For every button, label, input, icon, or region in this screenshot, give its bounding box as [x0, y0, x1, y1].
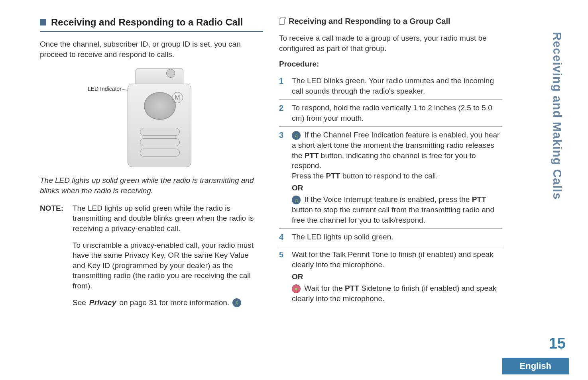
intro-text: Once the channel, subscriber ID, or grou… — [40, 39, 263, 59]
step-number: 5 — [279, 249, 286, 304]
page: Receiving and Responding to a Radio Call… — [0, 0, 588, 314]
step-3: 3 ♫ If the Channel Free Indication featu… — [279, 127, 502, 229]
note-paragraph: The LED lights up solid green while the … — [73, 203, 263, 234]
left-column: Receiving and Responding to a Radio Call… — [40, 16, 263, 314]
procedure-steps: 1 The LED blinks green. Your radio unmut… — [279, 72, 502, 307]
sub-header: Receiving and Responding to a Group Call — [279, 16, 502, 27]
section-header: Receiving and Responding to a Radio Call — [40, 16, 263, 29]
step-body: The LED blinks green. Your radio unmutes… — [292, 76, 502, 96]
procedure-label: Procedure: — [279, 59, 502, 69]
see-prefix: See — [73, 298, 86, 308]
step3c-pre: If the Voice Interrupt feature is enable… — [304, 195, 472, 204]
radio-buttons — [140, 128, 180, 159]
side-chapter-title: Receiving and Making Calls — [551, 32, 564, 200]
note-block: NOTE: The LED lights up solid green whil… — [40, 203, 263, 314]
radio-button-row — [140, 128, 180, 136]
or-label: OR — [292, 272, 502, 282]
ptt-label: PTT — [345, 284, 359, 292]
step3b-post: button to respond to the call. — [340, 172, 438, 180]
step-number: 1 — [279, 76, 286, 96]
section-title: Receiving and Responding to a Radio Call — [51, 16, 243, 29]
note-label: NOTE: — [40, 203, 68, 314]
step-number: 2 — [279, 103, 286, 123]
radio-main-body: M — [128, 84, 191, 167]
right-column: Receiving and Responding to a Group Call… — [279, 16, 502, 314]
step-5: 5 Wait for the Talk Permit Tone to finis… — [279, 246, 502, 307]
section-divider — [40, 31, 263, 32]
pulse-icon: ♫ — [292, 196, 301, 204]
radio-top — [136, 69, 183, 84]
page-number: 15 — [549, 335, 566, 352]
radio-figure: LED Indicator M — [40, 65, 263, 172]
step-body: The LED lights up solid green. — [292, 232, 502, 243]
ptt-circle-icon: ● — [292, 284, 301, 293]
ptt-label: PTT — [326, 172, 340, 180]
step-body: Wait for the Talk Permit Tone to finish … — [292, 249, 502, 304]
step3a-post: button, indicating the channel is free f… — [292, 151, 476, 170]
step-body: ♫ If the Channel Free Indication feature… — [292, 130, 502, 225]
note-paragraph: To unscramble a privacy-enabled call, yo… — [73, 240, 263, 291]
radio-illustration: LED Indicator M — [112, 65, 191, 169]
led-indicator-label: LED Indicator — [88, 85, 122, 93]
see-suffix: on page 31 for more information. — [119, 298, 229, 308]
radio-button-row — [140, 149, 180, 157]
pulse-icon: ♫ — [292, 131, 301, 140]
language-badge: English — [502, 358, 569, 374]
radio-knob-icon — [166, 69, 175, 78]
step-1: 1 The LED blinks green. Your radio unmut… — [279, 72, 502, 100]
pulse-icon: ♫ — [232, 298, 241, 307]
radio-button-row — [140, 138, 180, 146]
figure-caption: The LED lights up solid green while the … — [40, 175, 263, 196]
step-number: 3 — [279, 130, 286, 225]
step5b-pre: Wait for the — [304, 284, 345, 292]
ptt-label: PTT — [472, 195, 486, 204]
see-link: Privacy — [89, 298, 116, 308]
ptt-label: PTT — [305, 151, 319, 160]
note-body: The LED lights up solid green while the … — [73, 203, 263, 314]
radio-logo-icon: M — [172, 92, 183, 103]
page-icon — [279, 18, 285, 25]
step3b-pre: Press the — [292, 172, 326, 180]
step-body: To respond, hold the radio vertically 1 … — [292, 103, 502, 123]
step3c-post: button to stop the current call from the… — [292, 206, 494, 224]
step-4: 4 The LED lights up solid green. — [279, 229, 502, 246]
sub-intro: To receive a call made to a group of use… — [279, 33, 502, 53]
step-2: 2 To respond, hold the radio vertically … — [279, 100, 502, 127]
see-reference: See Privacy on page 31 for more informat… — [73, 298, 263, 308]
step5a: Wait for the Talk Permit Tone to finish … — [292, 250, 494, 269]
step-number: 4 — [279, 232, 286, 243]
section-bullet-icon — [40, 19, 46, 25]
sub-title: Receiving and Responding to a Group Call — [289, 16, 450, 27]
or-label: OR — [292, 183, 502, 193]
radio-speaker-icon — [144, 92, 176, 120]
